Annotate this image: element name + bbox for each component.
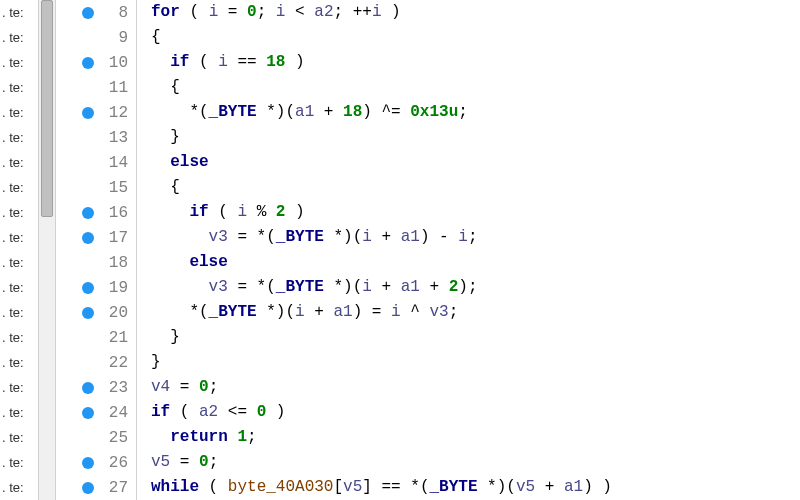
sidebar-item[interactable]: . te: <box>0 125 38 150</box>
gutter-row[interactable]: 24 <box>56 400 136 425</box>
code-line[interactable]: while ( byte_40A030[v5] == *(_BYTE *)(v5… <box>137 475 800 500</box>
code-line[interactable]: return 1; <box>137 425 800 450</box>
gutter-row[interactable]: 22 <box>56 350 136 375</box>
breakpoint-icon[interactable] <box>82 457 94 469</box>
gutter-row[interactable]: 23 <box>56 375 136 400</box>
code-line[interactable]: } <box>137 350 800 375</box>
sidebar-item[interactable]: . te: <box>0 300 38 325</box>
sidebar-item[interactable]: . te: <box>0 200 38 225</box>
code-token: ; ++ <box>333 3 371 21</box>
code-line[interactable]: { <box>137 25 800 50</box>
breakpoint-icon[interactable] <box>82 307 94 319</box>
code-token: i <box>209 3 219 21</box>
editor-root: . te:. te:. te:. te:. te:. te:. te:. te:… <box>0 0 800 500</box>
gutter-row[interactable]: 13 <box>56 125 136 150</box>
gutter-row[interactable]: 18 <box>56 250 136 275</box>
code-token: ) <box>382 3 401 21</box>
sidebar-item[interactable]: . te: <box>0 25 38 50</box>
code-token: + <box>372 278 401 296</box>
gutter-row[interactable]: 12 <box>56 100 136 125</box>
sidebar-item[interactable]: . te: <box>0 175 38 200</box>
code-token <box>151 53 170 71</box>
gutter-row[interactable]: 20 <box>56 300 136 325</box>
line-gutter[interactable]: 89101112131415161718192021222324252627 <box>56 0 136 500</box>
gutter-row[interactable]: 11 <box>56 75 136 100</box>
gutter-row[interactable]: 21 <box>56 325 136 350</box>
gutter-row[interactable]: 27 <box>56 475 136 500</box>
breakpoint-icon[interactable] <box>82 407 94 419</box>
code-line[interactable]: } <box>137 125 800 150</box>
breakpoint-icon[interactable] <box>82 482 94 494</box>
sidebar-item[interactable]: . te: <box>0 350 38 375</box>
sidebar-item[interactable]: . te: <box>0 450 38 475</box>
gutter-row[interactable]: 17 <box>56 225 136 250</box>
sidebar-item[interactable]: . te: <box>0 50 38 75</box>
sidebar-scrollbar[interactable] <box>38 0 56 500</box>
code-line[interactable]: for ( i = 0; i < a2; ++i ) <box>137 0 800 25</box>
code-line[interactable]: { <box>137 175 800 200</box>
code-token: byte_40A030 <box>228 478 334 496</box>
code-token: ; <box>247 428 257 446</box>
code-line[interactable]: if ( i == 18 ) <box>137 50 800 75</box>
gutter-row[interactable]: 8 <box>56 0 136 25</box>
sidebar-item[interactable]: . te: <box>0 425 38 450</box>
code-line[interactable]: v5 = 0; <box>137 450 800 475</box>
sidebar-item[interactable]: . te: <box>0 400 38 425</box>
breakpoint-icon[interactable] <box>82 57 94 69</box>
sidebar-item[interactable]: . te: <box>0 275 38 300</box>
gutter-row[interactable]: 9 <box>56 25 136 50</box>
sidebar-item[interactable]: . te: <box>0 75 38 100</box>
sidebar-item[interactable]: . te: <box>0 225 38 250</box>
sidebar-item[interactable]: . te: <box>0 150 38 175</box>
sidebar-item[interactable]: . te: <box>0 375 38 400</box>
gutter-row[interactable]: 25 <box>56 425 136 450</box>
code-token: ) <box>285 53 304 71</box>
gutter-row[interactable]: 26 <box>56 450 136 475</box>
code-token: i <box>362 228 372 246</box>
code-line[interactable]: v3 = *(_BYTE *)(i + a1) - i; <box>137 225 800 250</box>
functions-sidebar[interactable]: . te:. te:. te:. te:. te:. te:. te:. te:… <box>0 0 38 500</box>
gutter-row[interactable]: 16 <box>56 200 136 225</box>
code-line[interactable]: if ( a2 <= 0 ) <box>137 400 800 425</box>
breakpoint-icon[interactable] <box>82 382 94 394</box>
code-token: + <box>305 303 334 321</box>
breakpoint-icon[interactable] <box>82 7 94 19</box>
code-token: = <box>218 3 247 21</box>
code-token: 0x13u <box>410 103 458 121</box>
breakpoint-icon[interactable] <box>82 107 94 119</box>
breakpoint-icon[interactable] <box>82 207 94 219</box>
code-line[interactable]: } <box>137 325 800 350</box>
sidebar-item[interactable]: . te: <box>0 475 38 500</box>
code-line[interactable]: v3 = *(_BYTE *)(i + a1 + 2); <box>137 275 800 300</box>
gutter-row[interactable]: 10 <box>56 50 136 75</box>
code-line[interactable]: else <box>137 150 800 175</box>
code-line[interactable]: if ( i % 2 ) <box>137 200 800 225</box>
sidebar-item[interactable]: . te: <box>0 100 38 125</box>
code-token: ) ^= <box>362 103 410 121</box>
code-token: i <box>237 203 247 221</box>
code-line[interactable]: v4 = 0; <box>137 375 800 400</box>
code-line[interactable]: else <box>137 250 800 275</box>
code-line[interactable]: *(_BYTE *)(i + a1) = i ^ v3; <box>137 300 800 325</box>
code-token <box>151 203 189 221</box>
sidebar-item[interactable]: . te: <box>0 0 38 25</box>
code-token: 0 <box>199 453 209 471</box>
code-editor[interactable]: for ( i = 0; i < a2; ++i ){ if ( i == 18… <box>137 0 800 500</box>
code-line[interactable]: { <box>137 75 800 100</box>
breakpoint-icon[interactable] <box>82 282 94 294</box>
code-token: 18 <box>343 103 362 121</box>
gutter-row[interactable]: 15 <box>56 175 136 200</box>
code-token: *)( <box>324 278 362 296</box>
code-token: + <box>372 228 401 246</box>
sidebar-item[interactable]: . te: <box>0 250 38 275</box>
gutter-row[interactable]: 19 <box>56 275 136 300</box>
sidebar-item[interactable]: . te: <box>0 325 38 350</box>
code-token: *)( <box>478 478 516 496</box>
code-token: *)( <box>324 228 362 246</box>
code-line[interactable]: *(_BYTE *)(a1 + 18) ^= 0x13u; <box>137 100 800 125</box>
gutter-row[interactable]: 14 <box>56 150 136 175</box>
code-token: 0 <box>247 3 257 21</box>
breakpoint-icon[interactable] <box>82 232 94 244</box>
scrollbar-thumb[interactable] <box>41 0 53 217</box>
code-token: _BYTE <box>209 303 257 321</box>
